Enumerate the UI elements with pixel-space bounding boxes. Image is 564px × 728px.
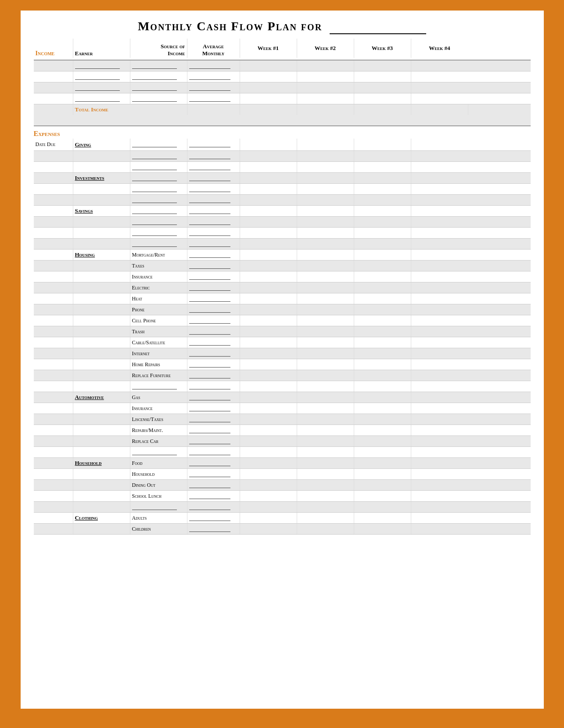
- income-row-4: [34, 93, 531, 104]
- income-row-3: [34, 82, 531, 93]
- auto-row-license: Liscense/Taxes: [34, 414, 531, 425]
- income-row-2: [34, 71, 531, 82]
- household-row-blank: [34, 502, 531, 513]
- income-w4-1: [411, 61, 468, 71]
- income-w3-1: [354, 61, 411, 71]
- auto-row-replace: Replace Car: [34, 436, 531, 447]
- housing-header-row: Housing Mortgage/Rent: [34, 250, 531, 261]
- investments-header-row: Investments: [34, 173, 531, 184]
- income-col1: [34, 61, 73, 71]
- header-week2: Week #2: [297, 39, 354, 58]
- savings-row-1: [34, 217, 531, 228]
- investments-row-2: [34, 195, 531, 206]
- income-earner-1[interactable]: [73, 61, 130, 71]
- housing-row-repairs: Home Repairs: [34, 359, 531, 370]
- clothing-label: Clothing: [73, 513, 130, 523]
- investments-row-1: [34, 184, 531, 195]
- header-income: Income: [34, 39, 73, 58]
- household-row-lunch: School Lunch: [34, 491, 531, 502]
- housing-row-electric: Electric: [34, 282, 531, 293]
- housing-item-0: Mortgage/Rent: [130, 250, 187, 260]
- auto-row-repairs: Repairs/Maint.: [34, 425, 531, 436]
- expenses-section: Expenses: [34, 126, 531, 139]
- page-wrapper: Monthly Cash Flow Plan for Income Earner…: [19, 9, 546, 710]
- income-avg-1[interactable]: [187, 61, 240, 71]
- income-w2-1: [297, 61, 354, 71]
- housing-row-heat: Heat: [34, 293, 531, 304]
- giving-row-2: [34, 162, 531, 173]
- household-label: Household: [73, 458, 130, 468]
- main-title: Monthly Cash Flow Plan for: [34, 19, 531, 34]
- housing-row-trash: Trash: [34, 326, 531, 337]
- savings-row-2: [34, 228, 531, 239]
- expenses-label: Expenses: [34, 128, 531, 139]
- giving-label: Giving: [73, 139, 130, 150]
- giving-row-1: [34, 151, 531, 162]
- investments-label: Investments: [73, 173, 130, 183]
- total-income-label: Total Income: [73, 104, 187, 115]
- housing-row-internet: Internet: [34, 348, 531, 359]
- header-week4: Week #4: [411, 39, 468, 58]
- giving-header-row: Date Due Giving: [34, 139, 531, 151]
- income-row-1: [34, 61, 531, 71]
- housing-row-taxes: Taxes: [34, 261, 531, 271]
- income-source-1[interactable]: [130, 61, 187, 71]
- auto-row-blank: [34, 447, 531, 458]
- clothing-row-children: Children: [34, 524, 531, 535]
- header-week3: Week #3: [354, 39, 411, 58]
- header-week1: Week #1: [240, 39, 297, 58]
- automotive-header-row: Automotive Gas: [34, 392, 531, 403]
- housing-label: Housing: [73, 250, 130, 260]
- header-row: Income Earner Source of Income Average M…: [34, 39, 531, 61]
- auto-row-insurance: Insurance: [34, 403, 531, 414]
- header-earner: Earner: [73, 39, 130, 58]
- household-header-row: Household Food: [34, 458, 531, 469]
- household-row-dining: Dining Out: [34, 480, 531, 491]
- savings-label: Savings: [73, 206, 130, 216]
- housing-row-furniture: Replace Furniture: [34, 370, 531, 381]
- automotive-label: Automotive: [73, 392, 130, 403]
- header-average: Average Monthly: [187, 39, 240, 58]
- title-underline: [330, 19, 426, 34]
- housing-row-cellphone: Cell Phone: [34, 315, 531, 326]
- housing-row-phone: Phone: [34, 304, 531, 315]
- household-row-household: Household: [34, 469, 531, 480]
- total-income-row: Total Income: [34, 104, 531, 126]
- header-source: Source of Income: [130, 39, 187, 58]
- date-due-label: Date Due: [34, 139, 73, 150]
- housing-row-insurance: Insurance: [34, 271, 531, 282]
- savings-header-row: Savings: [34, 206, 531, 217]
- housing-row-cable: Cable/Satellite: [34, 337, 531, 348]
- savings-row-3: [34, 239, 531, 250]
- income-w1-1: [240, 61, 297, 71]
- housing-row-blank: [34, 381, 531, 392]
- clothing-header-row: Clothing Adults: [34, 513, 531, 524]
